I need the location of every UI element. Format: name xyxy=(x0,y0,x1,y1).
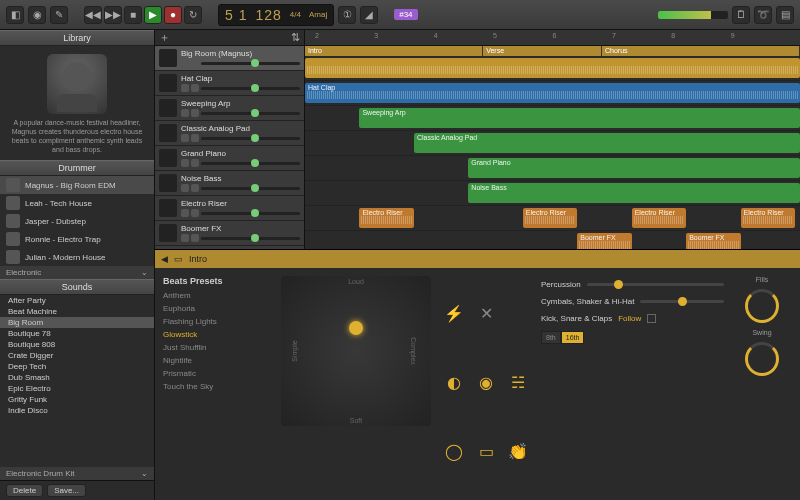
tambourine-icon[interactable]: ◐ xyxy=(443,373,465,395)
cymbals-slider[interactable] xyxy=(640,300,724,303)
arrangement-track[interactable]: IntroVerseChorus xyxy=(305,46,800,56)
track-header[interactable]: Sweeping Arp xyxy=(155,96,304,121)
save-button[interactable]: Save... xyxy=(47,484,86,497)
kick-icon[interactable]: ◯ xyxy=(443,442,465,464)
preset-item[interactable]: Prismatic xyxy=(163,367,273,380)
region[interactable]: Boomer FX xyxy=(686,233,740,249)
follow-checkbox[interactable] xyxy=(647,314,656,323)
sound-item[interactable]: Crate Digger xyxy=(0,350,154,361)
sticks-icon[interactable]: ✕ xyxy=(475,304,497,326)
region[interactable]: Classic Analog Pad xyxy=(414,133,800,153)
track-header[interactable]: Big Room (Magnus) xyxy=(155,46,304,71)
track-lane[interactable]: Hat Clap xyxy=(305,81,800,106)
track-lane[interactable]: Classic Analog Pad xyxy=(305,131,800,156)
sound-item[interactable]: Boutique 808 xyxy=(0,339,154,350)
drummer-item[interactable]: Leah - Tech House xyxy=(0,194,154,212)
play-button[interactable]: ▶ xyxy=(144,6,162,24)
region[interactable]: Electro Riser xyxy=(632,208,686,228)
volume-slider[interactable] xyxy=(201,237,300,240)
track-lane[interactable]: Sweeping Arp xyxy=(305,106,800,131)
solo-button[interactable] xyxy=(191,209,199,217)
drummer-item[interactable]: Ronnie - Electro Trap xyxy=(0,230,154,248)
solo-button[interactable] xyxy=(191,184,199,192)
kit-selector[interactable]: Electronic Drum Kit ⌄ xyxy=(0,467,154,480)
record-button[interactable]: ● xyxy=(164,6,182,24)
sound-item[interactable]: Big Room xyxy=(0,317,154,328)
track-header[interactable]: Classic Analog Pad xyxy=(155,121,304,146)
drummer-item[interactable]: Julian - Modern House xyxy=(0,248,154,266)
preset-item[interactable]: Nightlife xyxy=(163,354,273,367)
track-lane[interactable]: Boomer FXBoomer FX xyxy=(305,231,800,249)
notepad-button[interactable]: 🗒 xyxy=(732,6,750,24)
loops-button[interactable]: ➰ xyxy=(754,6,772,24)
smart-controls-button[interactable]: ◉ xyxy=(28,6,46,24)
preset-item[interactable]: Touch the Sky xyxy=(163,380,273,393)
bolt-icon[interactable]: ⚡ xyxy=(443,304,465,326)
cycle-button[interactable]: ↻ xyxy=(184,6,202,24)
region[interactable]: Boomer FX xyxy=(577,233,631,249)
count-in-button[interactable]: ① xyxy=(338,6,356,24)
lcd-display[interactable]: 5 1 128 4/4 Amaj xyxy=(218,4,334,26)
track-header[interactable]: Boomer FX xyxy=(155,221,304,246)
xy-puck[interactable] xyxy=(349,321,363,335)
solo-button[interactable] xyxy=(191,134,199,142)
track-lane[interactable]: Grand Piano xyxy=(305,156,800,181)
solo-button[interactable] xyxy=(191,159,199,167)
solo-button[interactable] xyxy=(191,234,199,242)
mute-button[interactable] xyxy=(181,84,189,92)
follow-label[interactable]: Follow xyxy=(618,314,641,323)
sound-item[interactable]: Indie Disco xyxy=(0,405,154,416)
volume-slider[interactable] xyxy=(201,112,300,115)
clap-icon[interactable]: 👏 xyxy=(507,442,529,464)
drummer-item[interactable]: Magnus - Big Room EDM xyxy=(0,176,154,194)
mute-button[interactable] xyxy=(181,109,189,117)
shaker-icon[interactable]: ◉ xyxy=(475,373,497,395)
delete-button[interactable]: Delete xyxy=(6,484,43,497)
xy-pad[interactable]: Loud Soft Simple Complex xyxy=(281,276,431,426)
solo-button[interactable] xyxy=(191,59,199,67)
track-options-button[interactable]: ⇅ xyxy=(291,31,300,44)
grid-segmented[interactable]: 8th 16th xyxy=(541,331,584,344)
volume-slider[interactable] xyxy=(201,162,300,165)
track-lane[interactable] xyxy=(305,56,800,81)
editors-button[interactable]: ✎ xyxy=(50,6,68,24)
mute-button[interactable] xyxy=(181,159,189,167)
arrangement-marker[interactable]: Verse xyxy=(483,46,602,56)
master-tag[interactable]: #34 xyxy=(394,9,417,20)
prev-region-icon[interactable]: ◀ xyxy=(161,254,168,264)
sound-item[interactable]: Epic Electro xyxy=(0,383,154,394)
region[interactable]: Hat Clap xyxy=(305,83,800,103)
preset-item[interactable]: Glowstick xyxy=(163,328,273,341)
fills-knob[interactable] xyxy=(745,289,779,323)
region[interactable]: Electro Riser xyxy=(741,208,795,228)
library-toggle-button[interactable]: ◧ xyxy=(6,6,24,24)
percussion-slider[interactable] xyxy=(587,283,724,286)
sound-item[interactable]: Boutique 78 xyxy=(0,328,154,339)
region[interactable]: Electro Riser xyxy=(359,208,413,228)
track-header[interactable]: Electro Riser xyxy=(155,196,304,221)
region[interactable]: Noise Bass xyxy=(468,183,800,203)
volume-slider[interactable] xyxy=(201,137,300,140)
add-track-button[interactable]: ＋ xyxy=(159,30,170,45)
mute-button[interactable] xyxy=(181,134,189,142)
region[interactable]: Electro Riser xyxy=(523,208,577,228)
arrangement-marker[interactable]: Chorus xyxy=(602,46,800,56)
region[interactable]: Sweeping Arp xyxy=(359,108,800,128)
sound-item[interactable]: After Party xyxy=(0,295,154,306)
bar-ruler[interactable]: 23456789 xyxy=(305,30,800,46)
volume-slider[interactable] xyxy=(201,212,300,215)
rewind-button[interactable]: ◀◀ xyxy=(84,6,102,24)
hihat-icon[interactable]: ☵ xyxy=(507,373,529,395)
track-header[interactable]: Noise Bass xyxy=(155,171,304,196)
mute-button[interactable] xyxy=(181,209,189,217)
arrangement-marker[interactable]: Intro xyxy=(305,46,483,56)
region[interactable]: Grand Piano xyxy=(468,158,800,178)
timeline[interactable]: 23456789 IntroVerseChorus Hat ClapSweepi… xyxy=(305,30,800,249)
volume-slider[interactable] xyxy=(201,187,300,190)
drummer-item[interactable]: Jasper - Dubstep xyxy=(0,212,154,230)
mute-button[interactable] xyxy=(181,59,189,67)
preset-item[interactable]: Flashing Lights xyxy=(163,315,273,328)
track-header[interactable]: Hat Clap xyxy=(155,71,304,96)
category-selector[interactable]: Electronic ⌄ xyxy=(0,266,154,279)
media-button[interactable]: ▤ xyxy=(776,6,794,24)
